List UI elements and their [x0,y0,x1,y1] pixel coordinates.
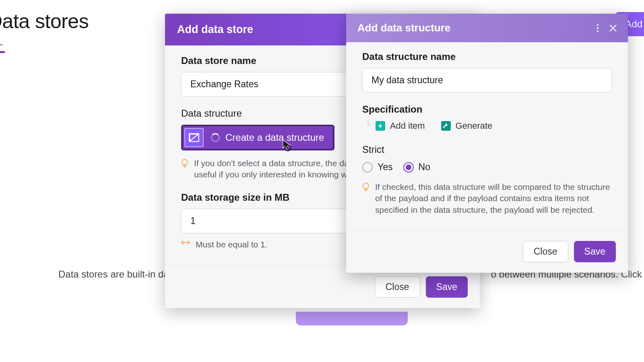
save-button[interactable]: Save [574,241,616,262]
tab-underline [0,51,5,53]
close-icon[interactable] [609,25,617,32]
close-button[interactable]: Close [523,241,568,262]
strict-label: Strict [362,144,612,155]
plus-icon: + [376,121,385,131]
empty-state-button-partial [296,312,408,325]
double-arrow-icon [181,240,190,245]
storage-size-hint: Must be equal to 1. [196,239,268,250]
wrench-icon [441,121,451,131]
spinner-icon [211,133,220,142]
structure-name-label: Data structure name [362,51,612,62]
svg-point-1 [597,24,599,26]
add-data-structure-modal: Add data structure Data structure name S… [346,14,628,273]
create-data-structure-label: Create a data structure [220,126,333,149]
modal-title: Add data structure [357,22,450,34]
kebab-menu-icon[interactable] [597,24,599,33]
svg-point-3 [597,30,599,32]
radio-icon [403,162,414,173]
radio-icon [362,162,373,173]
add-item-button[interactable]: + Add item [376,121,425,131]
tree-branch-icon: └ [365,121,371,129]
strict-hint: If checked, this data structure will be … [375,181,612,216]
strict-no-radio[interactable]: No [403,162,430,173]
create-data-structure-button[interactable]: Create a data structure [181,125,334,150]
svg-point-2 [597,27,599,29]
lightbulb-icon [362,183,369,191]
close-button[interactable]: Close [375,276,420,298]
strict-yes-radio[interactable]: Yes [362,162,393,173]
generate-button[interactable]: Generate [441,121,493,131]
structure-name-input[interactable] [362,68,612,93]
lightbulb-icon [181,159,188,168]
specification-label: Specification [362,104,612,115]
image-icon [184,128,204,147]
save-button[interactable]: Save [426,276,468,298]
